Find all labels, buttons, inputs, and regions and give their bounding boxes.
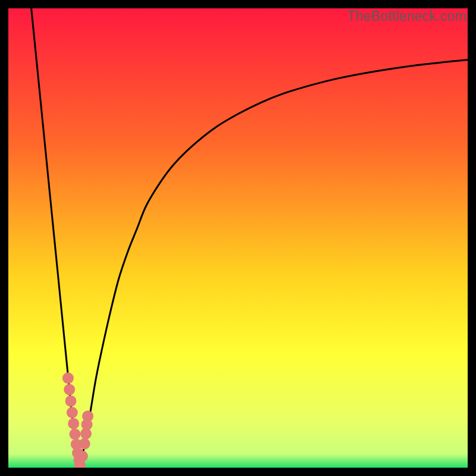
data-marker [77,450,88,462]
data-marker [65,396,76,407]
data-marker [79,438,90,449]
outer-frame: TheBottleneck.com [0,0,476,476]
data-marker [62,372,74,384]
chart-canvas [8,8,468,468]
data-marker [68,418,79,429]
data-marker [69,428,80,440]
data-marker [67,407,78,418]
data-marker [82,411,93,422]
watermark-text: TheBottleneck.com [347,8,466,24]
gradient-background [8,8,468,468]
plot-area [8,8,468,468]
data-marker [64,384,75,395]
